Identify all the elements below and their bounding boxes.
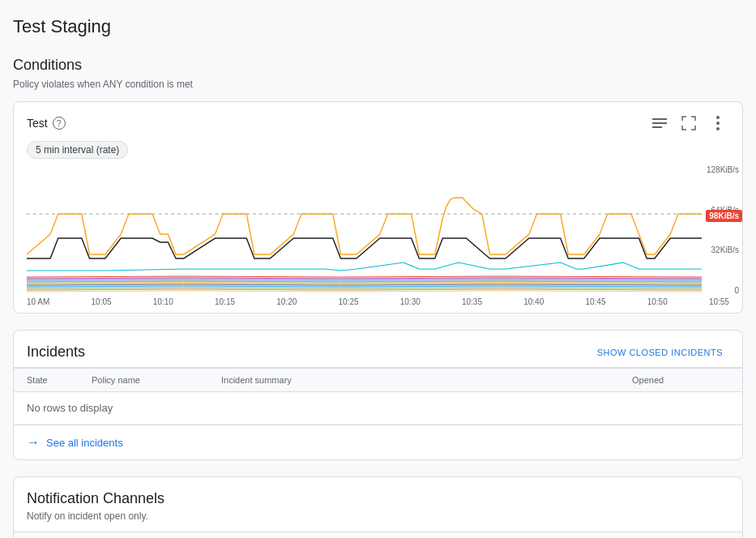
chart-title-text: Test	[27, 117, 48, 130]
threshold-badge: 98KiB/s	[706, 210, 742, 222]
chart-container: 128KiB/s 64KiB/s 32KiB/s 0 98KiB/s	[14, 165, 742, 297]
legend-toggle-button[interactable]	[648, 112, 671, 134]
svg-point-3	[716, 116, 720, 119]
chart-filter: 5 min interval (rate)	[27, 141, 729, 159]
incidents-header: Incidents SHOW CLOSED INCIDENTS	[14, 331, 742, 367]
y-label-0: 0	[707, 286, 739, 295]
col-state: State	[27, 375, 92, 385]
notification-channels-card: Notification Channels Notify on incident…	[13, 476, 743, 538]
fullscreen-button[interactable]	[677, 112, 700, 134]
svg-rect-1	[652, 122, 667, 124]
x-label-1045: 10:45	[585, 297, 605, 306]
x-label-1055: 10:55	[709, 297, 729, 306]
chart-header: Test ?	[14, 102, 742, 134]
col-opened: Opened	[632, 375, 729, 385]
see-all-incidents-link[interactable]: → See all incidents	[14, 425, 742, 459]
x-label-1000: 10 AM	[27, 297, 49, 306]
chart-card: Test ?	[13, 101, 743, 314]
incidents-empty-message: No rows to display	[14, 392, 742, 425]
col-policy-name: Policy name	[92, 375, 221, 385]
svg-rect-2	[652, 126, 662, 128]
x-axis: 10 AM 10:05 10:10 10:15 10:20 10:25 10:3…	[14, 297, 742, 313]
incidents-title: Incidents	[27, 344, 85, 361]
x-label-1010: 10:10	[153, 297, 173, 306]
notif-title: Notification Channels	[27, 490, 729, 507]
show-closed-incidents-button[interactable]: SHOW CLOSED INCIDENTS	[591, 344, 729, 361]
notif-header: Notification Channels Notify on incident…	[14, 477, 742, 525]
see-all-label: See all incidents	[46, 437, 123, 449]
x-label-1005: 10:05	[92, 297, 112, 306]
chart-actions	[648, 112, 729, 134]
arrow-right-icon: →	[27, 435, 40, 450]
x-label-1015: 10:15	[215, 297, 235, 306]
page-title: Test Staging	[13, 16, 743, 37]
chart-title-area: Test ?	[27, 117, 66, 130]
x-label-1040: 10:40	[523, 297, 544, 306]
chart-svg	[27, 165, 702, 295]
col-incident-summary: Incident summary	[221, 375, 632, 385]
svg-point-4	[716, 122, 720, 125]
conditions-section: Conditions Policy violates when ANY cond…	[13, 57, 743, 314]
notif-table-header: Channel type Channel name	[14, 532, 742, 538]
more-options-button[interactable]	[707, 112, 729, 134]
x-label-1020: 10:20	[276, 297, 297, 306]
conditions-title: Conditions	[13, 57, 743, 74]
x-label-1025: 10:25	[339, 297, 359, 306]
x-label-1030: 10:30	[400, 297, 421, 306]
svg-point-5	[716, 127, 720, 130]
help-icon[interactable]: ?	[53, 117, 66, 130]
incidents-table-header: State Policy name Incident summary Opene…	[14, 368, 742, 392]
y-label-32: 32KiB/s	[707, 246, 739, 254]
y-label-128: 128KiB/s	[707, 165, 739, 174]
conditions-subtitle: Policy violates when ANY condition is me…	[13, 79, 743, 90]
notif-subtitle: Notify on incident open only.	[27, 510, 729, 522]
interval-filter-chip[interactable]: 5 min interval (rate)	[27, 141, 128, 159]
svg-rect-0	[652, 118, 667, 120]
x-label-1050: 10:50	[647, 297, 668, 306]
incidents-card: Incidents SHOW CLOSED INCIDENTS State Po…	[13, 330, 743, 460]
y-axis: 128KiB/s 64KiB/s 32KiB/s 0	[707, 165, 739, 295]
x-label-1035: 10:35	[462, 297, 482, 306]
